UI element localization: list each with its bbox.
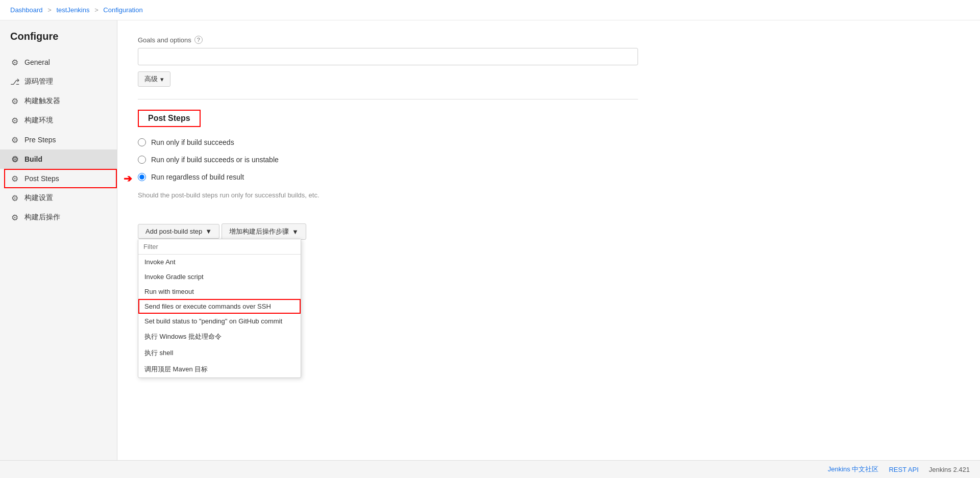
radio-group: Run only if build succeeds Run only if b… — [138, 138, 960, 181]
sidebar-item-label: Post Steps — [24, 174, 59, 183]
add-post-build-step-button[interactable]: Add post-build step ▼ — [138, 224, 219, 239]
sidebar-item-label: 构建触发器 — [24, 96, 60, 106]
radio-always-label: Run regardless of build result — [151, 173, 244, 181]
radio-unstable-label: Run only if build succeeds or is unstabl… — [151, 156, 279, 164]
branch-icon: ⎇ — [10, 77, 19, 86]
sidebar-item-post-steps-wrapper: ⚙ Post Steps ➔ — [0, 169, 117, 188]
add-step-dropdown-container: Add post-build step ▼ Invoke Ant Invoke … — [138, 224, 219, 239]
breadcrumb-sep-1: > — [47, 6, 53, 14]
sidebar-title: Configure — [0, 31, 117, 53]
advanced-button[interactable]: 高级 ▾ — [138, 71, 170, 87]
radio-unstable[interactable] — [138, 156, 146, 164]
dropdown-item-execute-shell[interactable]: 执行 shell — [138, 345, 301, 361]
sidebar-item-general[interactable]: ⚙ General — [0, 53, 117, 72]
gear-icon: ⚙ — [10, 155, 19, 164]
breadcrumb-testjenkins[interactable]: testJenkins — [56, 6, 89, 14]
description-text: Should the post-build steps run only for… — [138, 191, 960, 199]
breadcrumb: Dashboard > testJenkins > Configuration — [0, 0, 980, 20]
advanced-btn-label: 高级 — [144, 74, 158, 84]
post-action-button[interactable]: 增加构建后操作步骤 ▼ — [222, 223, 306, 240]
dropdown-item-maven-goal[interactable]: 调用顶层 Maven 目标 — [138, 361, 301, 378]
post-steps-heading: Post Steps — [138, 110, 201, 127]
help-icon[interactable]: ? — [194, 36, 203, 44]
dropdown-item-run-timeout[interactable]: Run with timeout — [138, 284, 301, 299]
sidebar-item-post-build[interactable]: ⚙ 构建后操作 — [0, 208, 117, 227]
sidebar-item-build-trigger[interactable]: ⚙ 构建触发器 — [0, 91, 117, 111]
sidebar-item-build[interactable]: ⚙ Build — [0, 149, 117, 169]
sidebar-item-label: 源码管理 — [24, 77, 53, 86]
dropdown-item-invoke-gradle[interactable]: Invoke Gradle script — [138, 269, 301, 284]
radio-success-label: Run only if build succeeds — [151, 138, 234, 146]
sidebar-item-label: 构建后操作 — [24, 213, 60, 222]
dropdown-item-windows-batch[interactable]: 执行 Windows 批处理命令 — [138, 329, 301, 345]
radio-option-unstable[interactable]: Run only if build succeeds or is unstabl… — [138, 156, 960, 164]
add-step-dropdown-menu: Invoke Ant Invoke Gradle script Run with… — [138, 239, 301, 378]
sidebar-item-label: Pre Steps — [24, 136, 56, 144]
radio-option-success[interactable]: Run only if build succeeds — [138, 138, 960, 146]
post-action-label: 增加构建后操作步骤 — [229, 227, 289, 236]
dropdown-item-set-build-status[interactable]: Set build status to "pending" on GitHub … — [138, 314, 301, 329]
breadcrumb-sep-2: > — [94, 6, 100, 14]
dropdown-item-send-files-ssh[interactable]: Send files or execute commands over SSH — [138, 299, 301, 314]
breadcrumb-dashboard[interactable]: Dashboard — [10, 6, 43, 14]
breadcrumb-configuration: Configuration — [103, 6, 142, 14]
footer-link-rest-api[interactable]: REST API — [889, 466, 918, 473]
goals-label: Goals and options ? — [138, 36, 960, 44]
gear-icon: ⚙ — [10, 58, 19, 67]
section-divider — [138, 99, 638, 99]
footer-link-community[interactable]: Jenkins 中文社区 — [828, 465, 879, 474]
radio-option-always[interactable]: Run regardless of build result — [138, 173, 960, 181]
bottom-bar: Jenkins 中文社区 REST API Jenkins 2.421 — [0, 460, 980, 478]
sidebar-item-label: 构建环境 — [24, 116, 53, 125]
footer-version: Jenkins 2.421 — [929, 466, 970, 473]
dropdown-arrow-icon: ▼ — [205, 228, 212, 235]
post-action-arrow-icon: ▼ — [292, 228, 299, 236]
sidebar-item-label: 构建设置 — [24, 193, 53, 203]
sidebar-item-build-settings[interactable]: ⚙ 构建设置 — [0, 188, 117, 208]
gear-icon: ⚙ — [10, 96, 19, 106]
add-step-area: Add post-build step ▼ Invoke Ant Invoke … — [138, 224, 219, 239]
dropdown-filter-input[interactable] — [138, 239, 301, 255]
main-content: Goals and options ? 高级 ▾ Post Steps Run … — [117, 20, 980, 478]
gear-icon: ⚙ — [10, 213, 19, 222]
sidebar: Configure ⚙ General ⎇ 源码管理 ⚙ 构建触发器 ⚙ 构建环… — [0, 20, 117, 478]
sidebar-item-source-code[interactable]: ⎇ 源码管理 — [0, 72, 117, 91]
sidebar-item-label: Build — [24, 155, 42, 163]
goals-label-text: Goals and options — [138, 36, 191, 44]
gear-icon: ⚙ — [10, 174, 19, 183]
add-step-label: Add post-build step — [145, 228, 202, 235]
gear-icon: ⚙ — [10, 135, 19, 144]
sidebar-item-pre-steps[interactable]: ⚙ Pre Steps — [0, 130, 117, 149]
sidebar-item-label: General — [24, 58, 50, 66]
chevron-down-icon: ▾ — [160, 76, 164, 83]
goals-input[interactable] — [138, 48, 638, 65]
sidebar-item-post-steps[interactable]: ⚙ Post Steps — [0, 169, 117, 188]
radio-success[interactable] — [138, 138, 146, 146]
sidebar-item-build-env[interactable]: ⚙ 构建环境 — [0, 111, 117, 130]
gear-icon: ⚙ — [10, 193, 19, 203]
gear-icon: ⚙ — [10, 116, 19, 125]
radio-always[interactable] — [138, 173, 146, 181]
dropdown-item-invoke-ant[interactable]: Invoke Ant — [138, 255, 301, 269]
